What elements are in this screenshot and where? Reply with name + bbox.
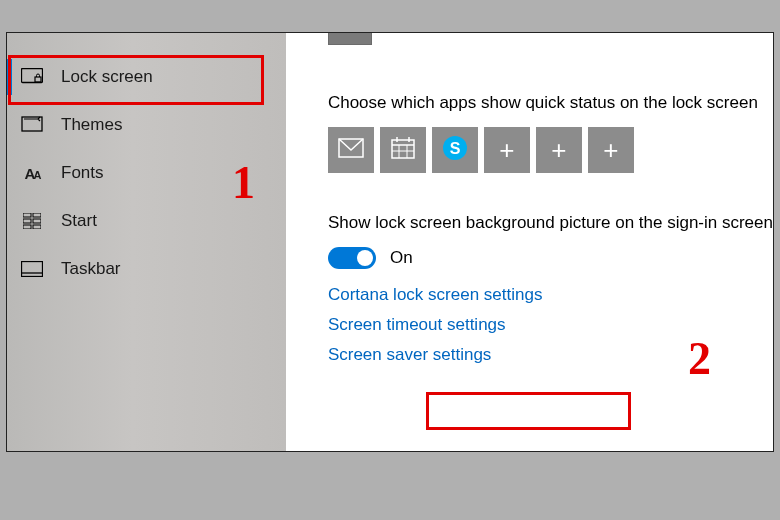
svg-rect-3 [23,213,31,217]
toggle-knob [357,250,373,266]
svg-rect-6 [33,219,41,223]
main-panel: Choose which apps show quick status on t… [286,33,773,451]
taskbar-icon [21,259,43,279]
sidebar-item-taskbar[interactable]: Taskbar [7,245,286,293]
sidebar-item-label: Lock screen [61,67,153,87]
svg-rect-8 [33,225,41,229]
link-screen-saver[interactable]: Screen saver settings [328,345,773,365]
plus-icon: + [499,135,514,166]
sidebar-item-label: Fonts [61,163,104,183]
quick-status-tile-add[interactable]: + [484,127,530,173]
quick-status-tile-calendar[interactable] [380,127,426,173]
mail-icon [338,138,364,162]
svg-rect-12 [392,140,414,158]
quick-status-tile-add[interactable]: + [536,127,582,173]
plus-icon: + [603,135,618,166]
quick-status-label: Choose which apps show quick status on t… [328,93,773,113]
svg-rect-7 [23,225,31,229]
calendar-icon [391,137,415,163]
sidebar-item-themes[interactable]: Themes [7,101,286,149]
bg-picture-toggle[interactable] [328,247,376,269]
toggle-state-label: On [390,248,413,268]
sidebar-item-label: Themes [61,115,122,135]
background-preview-tile[interactable] [328,32,372,45]
bg-picture-label: Show lock screen background picture on t… [328,213,773,233]
themes-icon [21,115,43,135]
sidebar-item-label: Start [61,211,97,231]
sidebar-item-start[interactable]: Start [7,197,286,245]
quick-status-tile-skype[interactable]: S [432,127,478,173]
skype-icon: S [441,134,469,166]
sidebar-item-lock-screen[interactable]: Lock screen [7,53,286,101]
lock-screen-icon [21,67,43,87]
plus-icon: + [551,135,566,166]
fonts-icon: AA [21,163,43,183]
sidebar-item-label: Taskbar [61,259,121,279]
svg-rect-9 [22,262,43,277]
svg-text:S: S [450,140,461,157]
quick-status-tile-add[interactable]: + [588,127,634,173]
link-cortana-settings[interactable]: Cortana lock screen settings [328,285,773,305]
svg-rect-1 [35,77,41,82]
sidebar: Lock screen Themes AA Fonts Start Taskba… [7,33,286,451]
start-icon [21,211,43,231]
quick-status-tiles: S + + + [328,127,773,173]
bg-picture-toggle-row: On [328,247,773,269]
sidebar-item-fonts[interactable]: AA Fonts [7,149,286,197]
svg-rect-5 [23,219,31,223]
svg-rect-4 [33,213,41,217]
link-screen-timeout[interactable]: Screen timeout settings [328,315,773,335]
settings-window: Lock screen Themes AA Fonts Start Taskba… [6,32,774,452]
quick-status-tile-mail[interactable] [328,127,374,173]
